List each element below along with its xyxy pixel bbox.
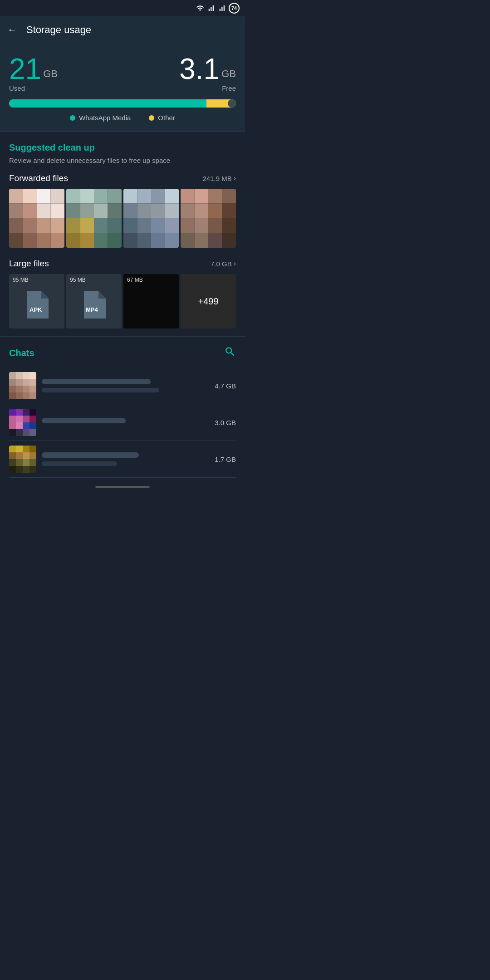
svg-rect-48 [181,189,195,204]
svg-rect-95 [16,429,23,436]
used-value: 21 [9,54,41,83]
mp4-size: 95 MB [70,277,86,283]
svg-rect-68 [23,372,29,379]
large-files-size: 7.0 GB › [211,260,236,268]
whatsapp-media-label: WhatsApp Media [79,114,131,122]
forwarded-files-chevron: › [234,174,236,182]
chats-search-button[interactable] [224,346,236,360]
svg-text:MP4: MP4 [86,306,98,313]
apk-icon: APK [25,291,49,320]
svg-rect-111 [16,466,23,473]
svg-rect-94 [9,429,16,436]
svg-rect-44 [123,233,137,248]
chat-item-3[interactable]: 1.7 GB [9,441,236,478]
chat-size-2: 3.0 GB [215,419,236,426]
svg-rect-28 [66,233,80,248]
forwarded-files-section[interactable]: Forwarded files 241.9 MB › [9,173,236,248]
svg-rect-7 [51,204,65,219]
svg-rect-83 [16,409,23,416]
svg-rect-63 [222,233,236,248]
svg-rect-25 [80,218,94,233]
page-title: Storage usage [26,24,91,36]
svg-rect-98 [9,446,16,452]
svg-rect-66 [9,372,16,379]
app-bar: ← Storage usage [0,16,245,44]
forwarded-files-header[interactable]: Forwarded files 241.9 MB › [9,173,236,183]
back-button[interactable]: ← [7,24,17,36]
svg-rect-92 [23,422,29,429]
battery-indicator: 74 [229,3,240,14]
large-file-video[interactable]: 67 MB [123,274,179,328]
chat-info-1 [42,379,209,392]
forwarded-thumb-1 [9,189,64,248]
svg-rect-10 [37,218,51,233]
cleanup-section: Suggested clean up Review and delete unn… [0,132,245,336]
svg-rect-104 [23,452,29,459]
storage-free: 3.1 GB Free [179,54,236,92]
svg-rect-82 [9,409,16,416]
legend-other: Other [149,114,175,122]
large-file-mp4[interactable]: 95 MB MP4 [66,274,122,328]
chat-name-bar-1 [42,379,151,384]
svg-rect-80 [23,392,29,399]
svg-rect-112 [23,466,29,473]
svg-rect-19 [108,189,122,204]
chat-item-1[interactable]: 4.7 GB [9,368,236,404]
large-files-header[interactable]: Large files 7.0 GB › [9,259,236,269]
svg-rect-38 [151,204,165,219]
free-label: Free [222,84,236,92]
chat-size-1: 4.7 GB [215,382,236,390]
chats-section: Chats [0,336,245,478]
storage-progress-bar [9,99,236,108]
svg-rect-53 [195,204,209,219]
wifi-icon [196,4,204,12]
video-size: 67 MB [127,277,143,283]
used-unit: GB [43,68,58,80]
chat-item-2[interactable]: 3.0 GB [9,404,236,441]
chat-name-bar-2 [42,418,126,423]
svg-rect-59 [222,218,236,233]
svg-rect-86 [9,416,16,422]
svg-rect-89 [29,416,36,422]
svg-rect-79 [16,392,23,399]
forwarded-thumb-4 [181,189,236,248]
svg-rect-75 [16,386,23,392]
svg-rect-12 [9,233,23,248]
large-files-section[interactable]: Large files 7.0 GB › 95 MB APK [9,259,236,328]
chat-info-2 [42,418,209,427]
chat-avatar-1 [9,372,36,399]
forwarded-files-title: Forwarded files [9,173,68,183]
svg-rect-51 [222,189,236,204]
more-count: +499 [198,296,218,307]
svg-rect-69 [29,372,36,379]
storage-legend: WhatsApp Media Other [9,114,236,122]
svg-rect-58 [208,218,222,233]
svg-rect-93 [29,422,36,429]
svg-rect-18 [94,189,108,204]
svg-rect-90 [9,422,16,429]
svg-rect-0 [9,189,23,204]
svg-rect-84 [23,409,29,416]
svg-rect-22 [94,204,108,219]
svg-rect-27 [108,218,122,233]
svg-rect-61 [195,233,209,248]
svg-rect-87 [16,416,23,422]
large-files-more[interactable]: +499 [181,274,236,328]
svg-rect-88 [23,416,29,422]
svg-rect-5 [23,204,37,219]
svg-rect-24 [66,218,80,233]
svg-rect-81 [29,392,36,399]
svg-rect-50 [208,189,222,204]
svg-rect-76 [23,386,29,392]
svg-rect-70 [9,379,16,386]
svg-rect-109 [29,459,36,466]
svg-rect-52 [181,204,195,219]
svg-rect-29 [80,233,94,248]
other-dot [149,115,154,121]
svg-rect-9 [23,218,37,233]
home-indicator [95,486,150,488]
large-file-apk[interactable]: 95 MB APK [9,274,64,328]
storage-used: 21 GB Used [9,54,58,92]
forwarded-files-size: 241.9 MB › [202,174,236,182]
svg-rect-97 [29,429,36,436]
